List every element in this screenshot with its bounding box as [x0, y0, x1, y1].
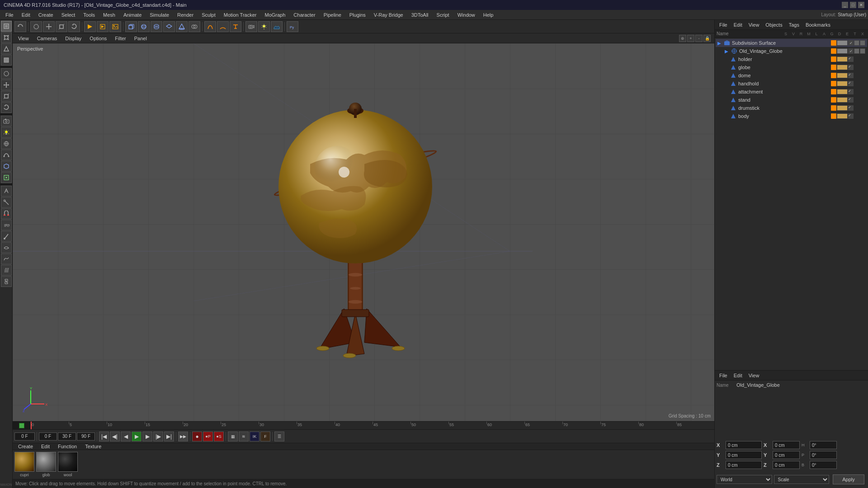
vp-icon-minus[interactable]: - — [695, 35, 703, 42]
material-item-cupri[interactable]: cupri — [14, 452, 34, 477]
vp-menu-panel[interactable]: Panel — [131, 35, 151, 42]
menu-window[interactable]: Window — [454, 11, 479, 19]
create-cube-btn[interactable] — [125, 21, 137, 32]
obj-menu-view[interactable]: View — [746, 22, 762, 28]
render-region-btn[interactable] — [97, 21, 108, 32]
menu-sculpt[interactable]: Sculpt — [198, 11, 219, 19]
transport-ikfk[interactable]: IK — [250, 432, 259, 441]
attr-menu-view[interactable]: View — [746, 372, 762, 379]
tool-select-edges[interactable] — [1, 43, 12, 54]
tool-hair[interactable] — [1, 265, 12, 276]
obj-old-vintage-globe[interactable]: ▶ Old_Vintage_Globe ✓ — [716, 47, 867, 55]
start-frame-input[interactable] — [39, 432, 57, 441]
tool-scale[interactable] — [1, 91, 12, 102]
create-boole-btn[interactable] — [189, 21, 200, 32]
vp-menu-options[interactable]: Options — [86, 35, 110, 42]
transport-prev-key[interactable]: ◀| — [110, 432, 120, 441]
obj-drumstick[interactable]: drumstick ✓ — [716, 104, 867, 112]
menu-motion-tracker[interactable]: Motion Tracker — [220, 11, 260, 19]
obj-holder[interactable]: holder ✓ — [716, 55, 867, 63]
render-picture-viewer-btn[interactable] — [109, 21, 121, 32]
obj-body[interactable]: body ✓ — [716, 112, 867, 120]
obj-stand[interactable]: stand ✓ — [716, 96, 867, 104]
coord-size-z[interactable] — [773, 461, 800, 469]
window-controls[interactable]: _ □ ✕ — [842, 2, 864, 8]
scale-tool-btn[interactable] — [56, 21, 67, 32]
menu-edit[interactable]: Edit — [18, 11, 34, 19]
coord-h[interactable] — [810, 441, 837, 449]
undo-btn[interactable] — [14, 21, 26, 32]
create-sky-btn[interactable] — [271, 21, 283, 32]
create-cone-btn[interactable] — [176, 21, 188, 32]
menu-character[interactable]: Character — [290, 11, 319, 19]
obj-menu-bookmarks[interactable]: Bookmarks — [803, 22, 833, 28]
menu-3dtoall[interactable]: 3DToAll — [408, 11, 432, 19]
coord-p[interactable] — [810, 451, 837, 459]
tool-sculpt[interactable] — [1, 242, 12, 253]
tool-select-polys[interactable] — [1, 55, 12, 66]
tool-brush[interactable] — [1, 231, 12, 242]
spline-bezier-btn[interactable] — [204, 21, 216, 32]
live-selection-btn[interactable] — [30, 21, 42, 32]
menu-tools[interactable]: Tools — [80, 11, 99, 19]
tool-deformer[interactable] — [1, 161, 12, 172]
transport-layer[interactable]: ▦ — [228, 432, 238, 441]
transport-next-frame[interactable]: ▶ — [142, 432, 152, 441]
tool-smooth[interactable] — [1, 253, 12, 264]
menu-vray[interactable]: V-Ray Bridge — [370, 11, 407, 19]
menu-file[interactable]: File — [2, 11, 17, 19]
render-viewport-btn[interactable] — [84, 21, 96, 32]
tool-live-selection[interactable] — [1, 68, 12, 79]
transport-first-frame[interactable]: |◀ — [99, 432, 109, 441]
tool-magnet[interactable] — [1, 208, 12, 219]
tool-spline[interactable] — [1, 150, 12, 160]
attr-menu-edit[interactable]: Edit — [731, 372, 745, 379]
coord-z-pos[interactable] — [726, 461, 762, 469]
tool-camera[interactable] — [1, 116, 12, 127]
python-script-btn[interactable]: Py — [287, 21, 298, 32]
coord-b[interactable] — [810, 461, 837, 469]
mat-menu-texture[interactable]: Texture — [81, 443, 105, 450]
obj-handhold[interactable]: handhold ✓ — [716, 80, 867, 88]
obj-dome[interactable]: dome ✓ — [716, 71, 867, 80]
transport-timeline-mode[interactable]: ☰ — [274, 432, 284, 441]
close-btn[interactable]: ✕ — [858, 2, 864, 8]
tool-irm[interactable]: IRM — [1, 220, 12, 230]
tool-effector[interactable] — [1, 172, 12, 183]
menu-script[interactable]: Script — [433, 11, 453, 19]
mat-menu-edit[interactable]: Edit — [38, 443, 53, 450]
vp-icon-expand[interactable]: ⊕ — [679, 35, 686, 42]
viewport[interactable]: Perspective — [13, 43, 714, 421]
obj-attachment[interactable]: attachment ✓ — [716, 88, 867, 96]
timeline-ruler[interactable]: 051015202530354045505560657075808590 — [31, 422, 714, 429]
vp-menu-cameras[interactable]: Cameras — [33, 35, 61, 42]
transport-motion-clip[interactable]: ≋ — [239, 432, 249, 441]
menu-plugins[interactable]: Plugins — [346, 11, 369, 19]
tool-select-points[interactable] — [1, 32, 12, 43]
tool-light[interactable] — [1, 127, 12, 138]
create-cylinder-btn[interactable] — [151, 21, 162, 32]
vp-menu-display[interactable]: Display — [61, 35, 85, 42]
tool-material[interactable] — [1, 138, 12, 149]
tool-rotate[interactable] — [1, 102, 12, 113]
coord-system-dropdown[interactable]: World Object Local — [717, 475, 772, 484]
material-item-glob[interactable]: glob — [36, 452, 56, 477]
vp-icon-plus[interactable]: + — [687, 35, 694, 42]
transport-prev-frame[interactable]: ◀ — [121, 432, 131, 441]
create-plane-btn[interactable] — [163, 21, 175, 32]
mat-menu-create[interactable]: Create — [14, 443, 37, 450]
attr-menu-file[interactable]: File — [717, 372, 730, 379]
obj-globe[interactable]: globe ✓ — [716, 63, 867, 71]
coord-size-x[interactable] — [773, 441, 800, 449]
transport-nla[interactable]: F — [260, 432, 270, 441]
menu-select[interactable]: Select — [58, 11, 79, 19]
obj-menu-file[interactable]: File — [717, 22, 730, 28]
transport-record[interactable]: ● — [192, 432, 202, 441]
menu-simulate[interactable]: Simulate — [146, 11, 173, 19]
menu-pipeline[interactable]: Pipeline — [320, 11, 345, 19]
menu-create[interactable]: Create — [35, 11, 57, 19]
maximize-btn[interactable]: □ — [850, 2, 856, 8]
apply-button[interactable]: Apply — [833, 474, 864, 484]
obj-menu-tags[interactable]: Tags — [786, 22, 802, 28]
minimize-btn[interactable]: _ — [842, 2, 848, 8]
